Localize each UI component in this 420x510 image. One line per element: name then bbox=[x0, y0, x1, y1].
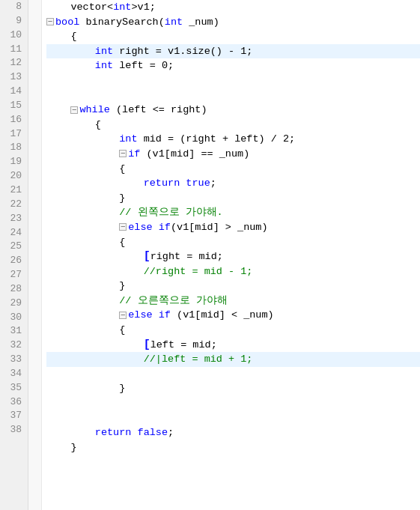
token: _num) bbox=[183, 16, 219, 28]
code-line: // 오른쪽으로 가야해 bbox=[46, 294, 420, 309]
code-line: [right = mid; bbox=[46, 249, 420, 264]
line-number: 23 bbox=[3, 212, 22, 226]
token: } bbox=[46, 442, 77, 453]
code-line: //right = mid - 1; bbox=[46, 264, 420, 279]
gutter bbox=[28, 0, 42, 510]
code-line: [left = mid; bbox=[46, 338, 420, 353]
collapse-marker[interactable]: − bbox=[119, 150, 127, 157]
line-number: 29 bbox=[3, 297, 22, 311]
gutter-row[interactable] bbox=[28, 15, 41, 30]
line-number: 38 bbox=[3, 423, 22, 437]
code-line: { bbox=[46, 235, 420, 250]
code-line: } bbox=[46, 381, 420, 396]
code-line: return true; bbox=[46, 176, 420, 191]
collapse-marker[interactable]: − bbox=[46, 18, 54, 25]
gutter-row bbox=[28, 44, 41, 59]
token: //| bbox=[144, 353, 162, 365]
line-number: 18 bbox=[3, 141, 22, 155]
collapse-marker[interactable]: − bbox=[119, 312, 127, 319]
token: if bbox=[128, 148, 140, 160]
token: { bbox=[46, 324, 125, 336]
gutter-row bbox=[28, 294, 41, 309]
code-line bbox=[46, 367, 420, 382]
token: { bbox=[46, 163, 125, 174]
collapse-marker[interactable]: − bbox=[70, 106, 78, 114]
gutter-row[interactable] bbox=[28, 220, 41, 235]
code-line bbox=[46, 411, 420, 426]
token: } bbox=[46, 280, 125, 291]
code-line bbox=[46, 396, 420, 411]
token: >v1; bbox=[131, 1, 155, 13]
line-number: 24 bbox=[3, 226, 22, 240]
code-line: vector<int>v1; bbox=[46, 0, 420, 15]
code-line: int right = v1.size() - 1; bbox=[46, 44, 420, 59]
token: else if bbox=[128, 222, 171, 233]
code-line: −while (left <= right) bbox=[46, 103, 420, 118]
gutter-row[interactable] bbox=[28, 308, 41, 323]
gutter-row bbox=[28, 205, 41, 220]
token: left = 0; bbox=[113, 60, 174, 71]
token: { bbox=[46, 119, 101, 130]
token: ; bbox=[168, 427, 174, 438]
token: left = mid; bbox=[150, 339, 217, 350]
token: int bbox=[165, 16, 183, 28]
line-number: 10 bbox=[3, 28, 22, 43]
gutter-row bbox=[28, 411, 41, 426]
line-number: 14 bbox=[3, 85, 22, 99]
gutter-row[interactable] bbox=[28, 147, 41, 162]
code-line: { bbox=[46, 118, 420, 133]
line-number: 8 bbox=[3, 0, 22, 14]
line-number: 12 bbox=[3, 56, 22, 70]
token: // 왼쪽으로 가야해. bbox=[119, 207, 223, 218]
gutter-row bbox=[28, 88, 41, 103]
token: //right = mid - 1; bbox=[144, 266, 253, 277]
gutter-row bbox=[28, 58, 41, 73]
token: else if bbox=[128, 309, 171, 321]
token: binarySearch( bbox=[79, 16, 164, 28]
gutter-row bbox=[28, 396, 41, 411]
token: int bbox=[113, 1, 131, 13]
code-line: −if (v1[mid] == _num) bbox=[46, 147, 420, 162]
gutter-row bbox=[28, 381, 41, 396]
token: { bbox=[46, 31, 77, 42]
line-number: 25 bbox=[3, 240, 22, 254]
code-line bbox=[46, 88, 420, 103]
code-line: // 왼쪽으로 가야해. bbox=[46, 205, 420, 220]
token: { bbox=[46, 237, 125, 248]
gutter-row[interactable] bbox=[28, 103, 41, 118]
gutter-row bbox=[28, 132, 41, 147]
line-number: 35 bbox=[3, 381, 22, 395]
gutter-row bbox=[28, 264, 41, 279]
line-number: 19 bbox=[3, 155, 22, 169]
gutter-row bbox=[28, 118, 41, 133]
line-number: 36 bbox=[3, 395, 22, 410]
gutter-row bbox=[28, 29, 41, 44]
gutter-row bbox=[28, 323, 41, 338]
code-line: { bbox=[46, 29, 420, 44]
code-line: } bbox=[46, 279, 420, 294]
token: ; bbox=[210, 177, 216, 189]
line-number: 27 bbox=[3, 268, 22, 282]
line-number: 9 bbox=[3, 14, 22, 28]
gutter-row bbox=[28, 425, 41, 440]
gutter-row bbox=[28, 0, 41, 15]
gutter-row bbox=[28, 162, 41, 177]
gutter-row bbox=[28, 279, 41, 294]
collapse-marker[interactable]: − bbox=[119, 223, 127, 231]
code-line: −else if(v1[mid] > _num) bbox=[46, 220, 420, 235]
token: // 오른쪽으로 가야해 bbox=[119, 295, 227, 306]
token: < bbox=[107, 1, 113, 13]
line-number: 15 bbox=[3, 99, 22, 113]
line-number: 22 bbox=[3, 198, 22, 212]
gutter-row bbox=[28, 73, 41, 88]
token: (v1[mid] == _num) bbox=[140, 148, 249, 160]
token: return bbox=[144, 177, 180, 189]
code-line: −else if (v1[mid] < _num) bbox=[46, 308, 420, 323]
gutter-row bbox=[28, 235, 41, 250]
line-numbers: 8910111213141516171819202122232425262728… bbox=[0, 0, 28, 510]
line-number: 16 bbox=[3, 113, 22, 127]
code-editor: 8910111213141516171819202122232425262728… bbox=[0, 0, 420, 510]
token: int bbox=[95, 60, 113, 71]
gutter-row bbox=[28, 249, 41, 264]
line-number: 26 bbox=[3, 254, 22, 268]
